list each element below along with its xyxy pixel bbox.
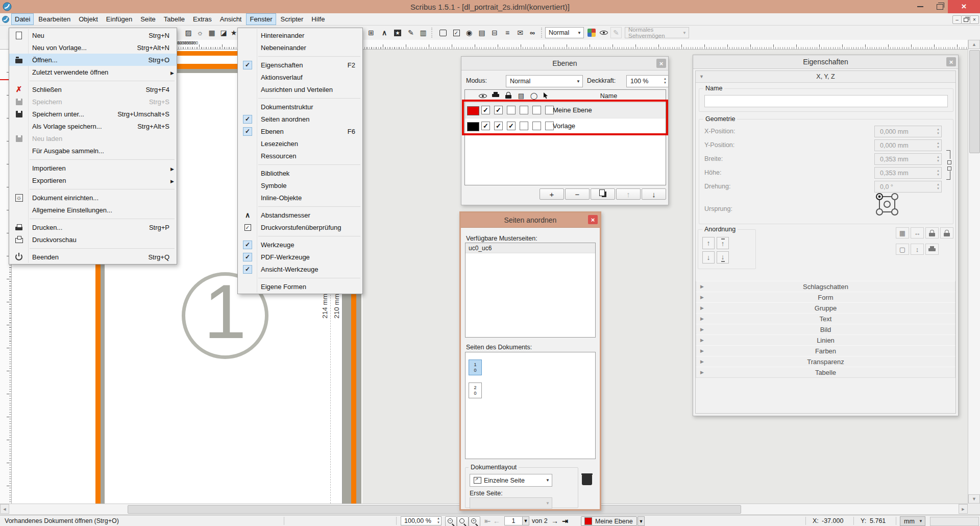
window-menu-item-inline-objekte[interactable]: Inline-Objekte bbox=[238, 192, 362, 204]
preview-quality-select[interactable]: Normal▼ bbox=[545, 27, 584, 38]
properties-section-gruppe[interactable]: ▶ Gruppe bbox=[696, 302, 955, 314]
pdf-list-box-button[interactable] bbox=[502, 27, 513, 38]
flip-horizontal-button[interactable]: ↔ bbox=[911, 227, 924, 238]
file-menu-item-speichern-unter[interactable]: Speichern unter... Strg+Umschalt+S bbox=[9, 108, 177, 120]
lock-size-button[interactable] bbox=[940, 227, 953, 238]
layer-textflow-checkbox[interactable] bbox=[520, 122, 528, 130]
file-menu-item-neu-laden[interactable]: Neu laden bbox=[9, 132, 177, 145]
window-menu-item[interactable] bbox=[238, 95, 362, 101]
first-page-button[interactable]: ⇤ bbox=[483, 516, 492, 525]
eyedropper-button[interactable] bbox=[405, 27, 416, 38]
menu-datei[interactable]: Datei bbox=[11, 13, 34, 25]
spinner-arrows-icon[interactable] bbox=[937, 168, 940, 178]
page-select-arrow[interactable]: ▼ bbox=[522, 516, 529, 525]
section-xyz[interactable]: ▼ X, Y, Z bbox=[696, 71, 955, 83]
properties-section-tabelle[interactable]: ▶ Tabelle bbox=[696, 367, 955, 378]
first-page-select[interactable]: ▼ bbox=[470, 497, 552, 509]
file-menu-item-als-vorlage-speichern[interactable]: Als Vorlage speichern... Strg+Alt+S bbox=[9, 120, 177, 132]
minimize-button[interactable] bbox=[912, 0, 929, 13]
window-menu-item[interactable] bbox=[238, 204, 362, 209]
insert-image-frame-button[interactable] bbox=[183, 27, 194, 38]
layers-panel-titlebar[interactable]: Ebenen × bbox=[461, 57, 668, 70]
horizontal-scroll-thumb[interactable] bbox=[128, 505, 741, 514]
zoom-out-button[interactable]: − bbox=[445, 516, 457, 526]
window-menu-item-bibliothek[interactable]: Bibliothek bbox=[238, 167, 362, 179]
menu-tabelle[interactable]: Tabelle bbox=[160, 13, 188, 25]
window-menu-item-eigenschaften[interactable]: Eigenschaften F2 bbox=[238, 59, 362, 71]
lower-to-bottom-button[interactable]: ↓ bbox=[717, 251, 729, 264]
last-page-button[interactable]: ⇥ bbox=[560, 516, 570, 525]
edit-in-preview-button[interactable] bbox=[610, 27, 622, 38]
pdf-check-box-button[interactable] bbox=[451, 27, 462, 38]
file-menu-item[interactable] bbox=[9, 157, 177, 162]
properties-section-farben[interactable]: ▶ Farben bbox=[696, 345, 955, 356]
properties-titlebar[interactable]: Eigenschaften × bbox=[693, 55, 958, 69]
geometry-spinner[interactable]: 0,353 mm bbox=[874, 153, 942, 165]
layout-select[interactable]: Einzelne Seite▼ bbox=[470, 474, 552, 487]
window-menu-item-nebeneinander[interactable]: Nebeneinander bbox=[238, 41, 362, 54]
spinner-arrows-icon[interactable] bbox=[937, 181, 940, 192]
opacity-spinner[interactable]: 100 % bbox=[626, 75, 669, 87]
vertical-scroll-thumb[interactable] bbox=[969, 50, 980, 153]
origin-selector[interactable] bbox=[874, 191, 900, 218]
window-menu-item-seiten-anordnen[interactable]: Seiten anordnen bbox=[238, 113, 362, 125]
properties-section-form[interactable]: ▶ Form bbox=[696, 292, 955, 303]
layer-outline-checkbox[interactable] bbox=[532, 122, 541, 130]
page-thumbnail-2[interactable]: 2 0 bbox=[469, 382, 482, 398]
insert-shape-button[interactable] bbox=[218, 27, 229, 38]
window-menu-item[interactable] bbox=[238, 233, 362, 238]
zoom-100-button[interactable] bbox=[457, 516, 469, 526]
file-menu-item-neu-von-vorlage[interactable]: Neu von Vorlage... Strg+Alt+N bbox=[9, 41, 177, 54]
trash-icon[interactable] bbox=[581, 472, 593, 486]
next-page-button[interactable]: → bbox=[550, 516, 559, 525]
menu-seite[interactable]: Seite bbox=[137, 13, 159, 25]
lower-button[interactable]: ↓ bbox=[702, 251, 715, 264]
insert-render-frame-button[interactable] bbox=[194, 27, 206, 38]
window-menu-item-hintereinander[interactable]: Hintereinander bbox=[238, 29, 362, 41]
window-menu-item-eigene-formen[interactable]: Eigene Formen bbox=[238, 280, 362, 293]
previous-page-button[interactable]: ← bbox=[492, 516, 501, 525]
geometry-spinner[interactable]: 0,000 mm bbox=[874, 139, 942, 151]
menu-bearbeiten[interactable]: Bearbeiten bbox=[35, 13, 74, 25]
ungroup-button[interactable]: ▢ bbox=[896, 244, 909, 255]
file-menu-item-dokument-einrichten[interactable]: Dokument einrichten... bbox=[9, 192, 177, 204]
file-menu-item-druckvorschau[interactable]: Druckvorschau bbox=[9, 233, 177, 246]
file-menu-item-importieren[interactable]: Importieren bbox=[9, 162, 177, 174]
file-menu-item-speichern[interactable]: Speichern Strg+S bbox=[9, 95, 177, 108]
spinner-arrows-icon[interactable] bbox=[937, 154, 940, 164]
window-menu-item-aktionsverlauf[interactable]: Aktionsverlauf bbox=[238, 71, 362, 83]
layer-row-meine-ebene[interactable]: Meine Ebene bbox=[465, 103, 666, 118]
window-menu-item[interactable] bbox=[238, 162, 362, 167]
file-menu-item[interactable] bbox=[9, 246, 177, 251]
window-menu-item-abstandsmesser[interactable]: Abstandsmesser bbox=[238, 209, 362, 221]
window-menu-item-ansicht-werkzeuge[interactable]: Ansicht-Werkzeuge bbox=[238, 263, 362, 275]
barcode-button[interactable] bbox=[418, 27, 429, 38]
scroll-up-icon[interactable]: ▲ bbox=[968, 40, 980, 49]
layer-lock-checkbox[interactable] bbox=[507, 106, 516, 114]
properties-section-schlagschatten[interactable]: ▶ Schlagschatten bbox=[696, 281, 955, 292]
menu-einfuegen[interactable]: Einfügen bbox=[103, 13, 136, 25]
properties-section-bild[interactable]: ▶ Bild bbox=[696, 324, 955, 335]
pdf-text-annotation-button[interactable] bbox=[514, 27, 526, 38]
scroll-left-icon[interactable]: ◄ bbox=[0, 504, 9, 514]
raise-layer-button[interactable]: ↑ bbox=[616, 188, 641, 200]
layer-color-swatch[interactable] bbox=[467, 106, 479, 115]
copy-item-properties-button[interactable] bbox=[392, 27, 403, 38]
spinner-arrows-icon[interactable] bbox=[664, 76, 667, 87]
layer-outline-checkbox[interactable] bbox=[532, 106, 541, 114]
layer-visible-checkbox[interactable] bbox=[481, 106, 490, 114]
window-menu-item-ebenen[interactable]: Ebenen F6 bbox=[238, 125, 362, 137]
mdi-minimize-button[interactable]: – bbox=[952, 15, 962, 24]
file-menu-item[interactable] bbox=[9, 78, 177, 83]
pdf-combo-box-button[interactable] bbox=[489, 27, 500, 38]
file-menu-item-schliessen[interactable]: Schließen Strg+F4 bbox=[9, 83, 177, 95]
file-menu-item-zuletzt-verwendete-oeffnen[interactable]: Zuletzt verwendete öffnen bbox=[9, 66, 177, 78]
window-menu-item-ausrichten-und-verteilen[interactable]: Ausrichten und Verteilen bbox=[238, 83, 362, 95]
geometry-spinner[interactable]: 0,353 mm bbox=[874, 167, 942, 179]
file-menu-item[interactable] bbox=[9, 186, 177, 192]
group-button[interactable]: ▦ bbox=[896, 227, 909, 238]
link-width-height-icon[interactable] bbox=[945, 150, 951, 180]
file-menu-item-beenden[interactable]: Beenden Strg+Q bbox=[9, 251, 177, 263]
file-menu-item-drucken[interactable]: Drucken... Strg+P bbox=[9, 221, 177, 233]
file-menu-item-neu[interactable]: Neu Strg+N bbox=[9, 29, 177, 41]
